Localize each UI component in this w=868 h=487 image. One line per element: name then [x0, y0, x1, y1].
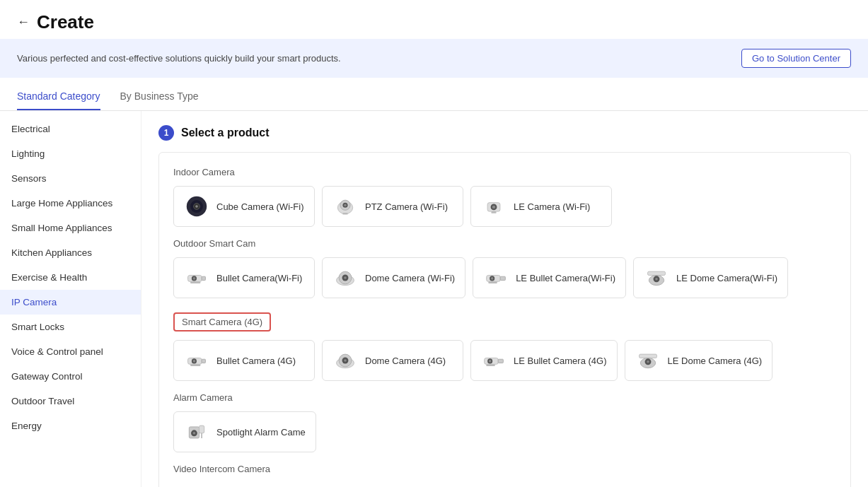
- sidebar-item-lighting[interactable]: Lighting: [0, 141, 141, 166]
- tab-business[interactable]: By Business Type: [120, 83, 199, 110]
- svg-rect-23: [500, 276, 505, 280]
- product-grid-smart-camera-4g: Bullet Camera (4G) Dome Camera (4G) LE B…: [173, 340, 836, 381]
- product-card-bullet-4g[interactable]: Bullet Camera (4G): [173, 340, 315, 381]
- product-name-bullet-4g: Bullet Camera (4G): [216, 356, 296, 366]
- category-label-video-intercom: Video Intercom Camera: [173, 464, 836, 474]
- sidebar-item-kitchen[interactable]: Kitchen Appliances: [0, 240, 141, 265]
- category-label-outdoor-smart-cam: Outdoor Smart Cam: [173, 238, 836, 249]
- svg-point-7: [344, 204, 347, 206]
- product-name-dome-wifi: Dome Camera (Wi-Fi): [365, 273, 455, 283]
- product-grid-outdoor-smart-cam: Bullet Camera(Wi-Fi) Dome Camera (Wi-Fi)…: [173, 257, 836, 298]
- svg-point-43: [489, 360, 492, 363]
- product-icon-ptz-wifi: [332, 194, 358, 219]
- product-icon-bullet-4g: [184, 348, 209, 373]
- section-title: Select a product: [181, 127, 269, 139]
- svg-rect-32: [202, 359, 205, 363]
- svg-rect-8: [342, 213, 347, 215]
- svg-rect-45: [639, 354, 656, 358]
- product-card-le-bullet-4g[interactable]: LE Bullet Camera (4G): [470, 340, 618, 381]
- sidebar: ElectricalLightingSensorsLarge Home Appl…: [0, 111, 141, 487]
- tab-standard[interactable]: Standard Category: [17, 83, 100, 110]
- sidebar-item-outdoor-travel[interactable]: Outdoor Travel: [0, 389, 141, 413]
- product-name-le-bullet-wifi: LE Bullet Camera(Wi-Fi): [516, 273, 615, 283]
- sidebar-item-electrical[interactable]: Electrical: [0, 117, 141, 141]
- content-area: 1 Select a product Indoor Camera Cube Ca…: [141, 111, 868, 487]
- product-name-le-bullet-4g: LE Bullet Camera (4G): [514, 356, 607, 366]
- product-name-bullet-wifi: Bullet Camera(Wi-Fi): [216, 273, 302, 283]
- product-icon-dome-4g: [332, 348, 358, 373]
- product-card-spotlight-alarm[interactable]: Spotlight Alarm Came: [173, 411, 316, 452]
- product-name-le-dome-wifi: LE Dome Camera(Wi-Fi): [676, 273, 777, 283]
- product-icon-le-bullet-4g: [481, 348, 507, 373]
- page-header: ← Create: [0, 0, 868, 39]
- svg-rect-17: [190, 281, 200, 283]
- sidebar-item-voice-control[interactable]: Voice & Control panel: [0, 339, 141, 364]
- svg-point-21: [344, 276, 347, 279]
- section-header: 1 Select a product: [158, 125, 851, 141]
- product-icon-cube-wifi: [184, 194, 209, 219]
- sidebar-item-ip-camera[interactable]: IP Camera: [0, 290, 141, 315]
- banner-text: Various perfected and cost-effective sol…: [17, 53, 341, 64]
- svg-point-48: [647, 360, 649, 363]
- product-name-ptz-wifi: PTZ Camera (Wi-Fi): [365, 201, 448, 212]
- product-icon-le-dome-wifi: [644, 265, 669, 291]
- svg-rect-14: [202, 276, 205, 280]
- product-card-ptz-wifi[interactable]: PTZ Camera (Wi-Fi): [322, 186, 463, 227]
- sidebar-item-large-home[interactable]: Large Home Appliances: [0, 191, 141, 216]
- tab-bar: Standard CategoryBy Business Type: [0, 83, 868, 111]
- sidebar-item-sensors[interactable]: Sensors: [0, 166, 141, 191]
- svg-rect-41: [498, 359, 503, 363]
- step-badge: 1: [158, 125, 174, 141]
- svg-rect-26: [488, 281, 497, 283]
- product-name-spotlight-alarm: Spotlight Alarm Came: [216, 427, 306, 438]
- product-grid-alarm-camera: Spotlight Alarm Came: [173, 411, 836, 452]
- sidebar-item-exercise[interactable]: Exercise & Health: [0, 265, 141, 290]
- sidebar-item-small-home[interactable]: Small Home Appliances: [0, 216, 141, 240]
- back-button[interactable]: ←: [17, 15, 30, 30]
- svg-rect-27: [648, 271, 666, 275]
- product-name-le-dome-4g: LE Dome Camera (4G): [668, 356, 763, 366]
- product-card-dome-wifi[interactable]: Dome Camera (Wi-Fi): [322, 257, 465, 298]
- product-icon-le-wifi: [481, 194, 507, 219]
- product-name-cube-wifi: Cube Camera (Wi-Fi): [216, 201, 304, 212]
- svg-rect-12: [491, 211, 496, 213]
- product-card-le-dome-4g[interactable]: LE Dome Camera (4G): [625, 340, 773, 381]
- product-card-le-dome-wifi[interactable]: LE Dome Camera(Wi-Fi): [633, 257, 788, 298]
- sidebar-item-energy[interactable]: Energy: [0, 413, 141, 438]
- svg-point-16: [193, 277, 196, 280]
- products-container: Indoor Camera Cube Camera (Wi-Fi) PTZ Ca…: [158, 152, 851, 487]
- svg-rect-44: [486, 364, 494, 366]
- info-banner: Various perfected and cost-effective sol…: [0, 39, 868, 78]
- product-name-le-wifi: LE Camera (Wi-Fi): [514, 201, 590, 212]
- product-name-dome-4g: Dome Camera (4G): [365, 356, 446, 366]
- svg-rect-35: [190, 364, 200, 366]
- product-icon-le-dome-4g: [635, 348, 661, 373]
- product-card-bullet-wifi[interactable]: Bullet Camera(Wi-Fi): [173, 257, 315, 298]
- sidebar-item-smart-locks[interactable]: Smart Locks: [0, 315, 141, 339]
- product-icon-spotlight-alarm: [184, 419, 209, 445]
- page-title: Create: [37, 11, 94, 33]
- svg-rect-52: [199, 426, 204, 433]
- product-card-le-wifi[interactable]: LE Camera (Wi-Fi): [470, 186, 612, 227]
- svg-point-39: [344, 359, 347, 362]
- svg-point-3: [195, 205, 198, 208]
- sidebar-item-gateway[interactable]: Gateway Control: [0, 364, 141, 389]
- product-card-cube-wifi[interactable]: Cube Camera (Wi-Fi): [173, 186, 315, 227]
- svg-point-11: [492, 206, 495, 209]
- product-icon-le-bullet-wifi: [483, 265, 509, 291]
- category-label-smart-camera-4g: Smart Camera (4G): [173, 312, 271, 331]
- category-label-alarm-camera: Alarm Camera: [173, 392, 836, 403]
- product-card-le-bullet-wifi[interactable]: LE Bullet Camera(Wi-Fi): [473, 257, 626, 298]
- main-layout: ElectricalLightingSensorsLarge Home Appl…: [0, 111, 868, 487]
- svg-point-51: [193, 432, 196, 435]
- svg-point-30: [655, 278, 658, 281]
- product-card-dome-4g[interactable]: Dome Camera (4G): [322, 340, 463, 381]
- product-icon-bullet-wifi: [184, 265, 209, 291]
- svg-point-25: [491, 277, 494, 280]
- product-icon-dome-wifi: [332, 265, 358, 291]
- svg-point-34: [193, 360, 196, 363]
- category-label-indoor-camera: Indoor Camera: [173, 167, 836, 177]
- solution-center-button[interactable]: Go to Solution Center: [741, 49, 851, 68]
- product-grid-indoor-camera: Cube Camera (Wi-Fi) PTZ Camera (Wi-Fi) L…: [173, 186, 836, 227]
